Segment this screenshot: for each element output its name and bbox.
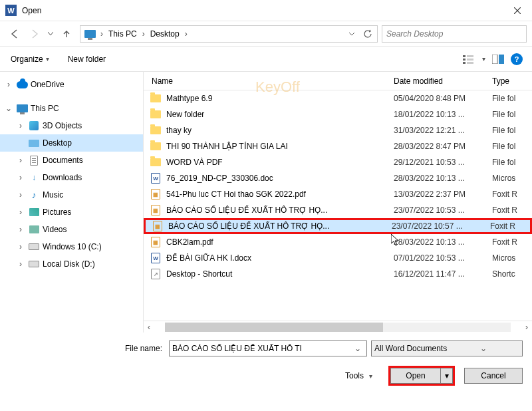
filename-input[interactable] bbox=[172, 344, 352, 353]
horizontal-scrollbar[interactable]: ‹ › bbox=[144, 321, 532, 333]
expand-chevron-icon[interactable]: › bbox=[16, 242, 25, 251]
file-type: Foxit R bbox=[492, 206, 532, 215]
scroll-thumb[interactable] bbox=[165, 323, 383, 332]
expand-chevron-icon[interactable]: › bbox=[16, 259, 25, 269]
word-icon: W bbox=[149, 252, 162, 264]
scroll-track[interactable] bbox=[165, 323, 511, 332]
file-row[interactable]: W76_2019_ND-CP_330306.doc28/03/2022 10:1… bbox=[144, 170, 532, 186]
scroll-right-button[interactable]: › bbox=[521, 323, 532, 332]
tree-item[interactable]: Desktop bbox=[0, 134, 143, 152]
breadcrumb-desktop[interactable]: Desktop bbox=[148, 26, 182, 42]
column-name[interactable]: Name bbox=[149, 76, 394, 86]
file-name: ĐỀ BÀI GIỮA HK I.docx bbox=[162, 253, 394, 263]
file-row[interactable]: THI 90 THÀNH LẬP TỈNH GIA LAI28/03/2022 … bbox=[144, 138, 532, 154]
breadcrumb-chevron[interactable]: › bbox=[98, 26, 106, 42]
tree-item-label: Pictures bbox=[43, 207, 71, 217]
file-row[interactable]: Mathtype 6.905/04/2020 8:48 PMFile fol bbox=[144, 90, 532, 106]
navigation-tree[interactable]: › OneDrive ⌄ This PC ›3D ObjectsDesktop›… bbox=[0, 72, 144, 333]
tree-item[interactable]: ›Videos bbox=[0, 221, 143, 238]
forward-button[interactable] bbox=[25, 25, 44, 43]
up-button[interactable] bbox=[57, 25, 76, 43]
open-dropdown[interactable]: ▾ bbox=[441, 368, 453, 384]
file-row[interactable]: ↗Desktop - Shortcut16/12/2021 11:47 ...S… bbox=[144, 266, 532, 282]
expand-chevron-icon[interactable]: › bbox=[16, 207, 25, 217]
file-row[interactable]: WĐỀ BÀI GIỮA HK I.docx07/01/2022 10:53 .… bbox=[144, 250, 532, 266]
close-button[interactable] bbox=[502, 0, 532, 21]
pic-icon bbox=[28, 206, 40, 218]
file-row[interactable]: ▦BÁO CÁO SỐ LIỆU ĐỀ XUẤT HỖ TRỢ HỌ...23/… bbox=[144, 218, 532, 234]
titlebar: W Open bbox=[0, 0, 532, 21]
tools-button[interactable]: Tools ▾ bbox=[340, 368, 378, 383]
expand-chevron-icon[interactable]: › bbox=[16, 173, 25, 182]
search-box[interactable] bbox=[382, 25, 527, 43]
docf-icon bbox=[28, 154, 40, 166]
file-name: BÁO CÁO SỐ LIỆU ĐỀ XUẤT HỖ TRỢ HỌ... bbox=[162, 206, 394, 215]
tree-item-onedrive[interactable]: › OneDrive bbox=[0, 76, 143, 93]
column-type[interactable]: Type bbox=[492, 76, 532, 86]
collapse-chevron-icon[interactable]: ⌄ bbox=[4, 104, 13, 113]
tree-item[interactable]: ›Local Disk (D:) bbox=[0, 255, 143, 273]
view-mode-button[interactable] bbox=[460, 51, 477, 68]
expand-chevron-icon[interactable]: › bbox=[16, 121, 25, 130]
tree-item[interactable]: ›♪Music bbox=[0, 186, 143, 204]
file-name: THI 90 THÀNH LẬP TỈNH GIA LAI bbox=[162, 142, 394, 151]
address-bar[interactable]: › This PC › Desktop › bbox=[80, 25, 378, 43]
filter-text: All Word Documents (*.docx;*.c bbox=[374, 344, 447, 353]
organize-button[interactable]: Organize ▾ bbox=[7, 52, 53, 67]
tree-item[interactable]: ›3D Objects bbox=[0, 117, 143, 134]
expand-chevron-icon[interactable]: › bbox=[4, 80, 13, 89]
file-row[interactable]: ▦541-Phu luc CT Hoi thao SGK 2022.pdf13/… bbox=[144, 186, 532, 202]
folder-icon bbox=[149, 156, 162, 168]
help-button[interactable]: ? bbox=[508, 51, 525, 68]
file-row[interactable]: ▦CBK2lam.pdf28/03/2022 10:13 ...Foxit R bbox=[144, 234, 532, 250]
toolbar: Organize ▾ New folder ▾ ? bbox=[0, 47, 532, 72]
column-date[interactable]: Date modified bbox=[394, 76, 492, 86]
tree-item-label: Documents bbox=[43, 156, 83, 165]
breadcrumb-chevron[interactable]: › bbox=[140, 26, 148, 42]
file-type: Foxit R bbox=[490, 221, 530, 231]
filename-label: File name: bbox=[9, 344, 165, 353]
scroll-left-button[interactable]: ‹ bbox=[144, 323, 154, 332]
folder-icon bbox=[149, 108, 162, 120]
tree-item[interactable]: ›Pictures bbox=[0, 204, 143, 221]
preview-pane-button[interactable] bbox=[489, 51, 507, 68]
dropdown-chevron[interactable] bbox=[345, 27, 358, 41]
tree-item[interactable]: ›↓Downloads bbox=[0, 169, 143, 186]
cancel-button[interactable]: Cancel bbox=[464, 368, 523, 384]
svg-rect-4 bbox=[467, 59, 473, 61]
expand-chevron-icon[interactable]: › bbox=[16, 225, 25, 234]
open-button[interactable]: Open bbox=[390, 368, 441, 384]
open-button-highlight: Open ▾ bbox=[388, 366, 455, 386]
filename-dropdown[interactable]: ⌄ bbox=[352, 344, 364, 353]
breadcrumb-chevron[interactable]: › bbox=[182, 26, 190, 42]
search-input[interactable] bbox=[386, 29, 522, 39]
file-type: Micros bbox=[492, 174, 532, 183]
filter-dropdown[interactable]: ⌄ bbox=[447, 344, 519, 353]
view-mode-dropdown[interactable]: ▾ bbox=[479, 51, 488, 68]
chevron-down-icon bbox=[349, 32, 354, 36]
navigation-bar: › This PC › Desktop › bbox=[0, 21, 532, 47]
file-filter[interactable]: All Word Documents (*.docx;*.c ⌄ bbox=[371, 341, 523, 356]
new-folder-button[interactable]: New folder bbox=[64, 52, 110, 67]
breadcrumb-thispc[interactable]: This PC bbox=[106, 26, 140, 42]
file-row[interactable]: New folder18/01/2022 10:13 ...File fol bbox=[144, 106, 532, 122]
tree-item[interactable]: ›Windows 10 (C:) bbox=[0, 238, 143, 255]
expand-chevron-icon[interactable]: › bbox=[16, 190, 25, 200]
tree-item-thispc[interactable]: ⌄ This PC bbox=[0, 100, 143, 117]
file-row[interactable]: thay ky31/03/2022 12:21 ...File fol bbox=[144, 122, 532, 138]
file-row[interactable]: ▦BÁO CÁO SỐ LIỆU ĐỀ XUẤT HỖ TRỢ HỌ...23/… bbox=[144, 202, 532, 218]
filename-input-wrap[interactable]: ⌄ bbox=[169, 341, 367, 356]
svg-rect-6 bbox=[492, 55, 497, 64]
expand-chevron-icon[interactable]: › bbox=[16, 156, 25, 165]
file-list[interactable]: Mathtype 6.905/04/2020 8:48 PMFile folNe… bbox=[144, 90, 532, 321]
refresh-button[interactable] bbox=[361, 27, 374, 41]
back-button[interactable] bbox=[5, 25, 24, 43]
file-type: File fol bbox=[492, 94, 532, 103]
file-name: BÁO CÁO SỐ LIỆU ĐỀ XUẤT HỖ TRỢ HỌ... bbox=[164, 221, 392, 231]
dl-icon: ↓ bbox=[28, 172, 40, 184]
new-folder-label: New folder bbox=[68, 55, 106, 64]
file-name: Desktop - Shortcut bbox=[162, 269, 394, 279]
history-dropdown[interactable] bbox=[45, 25, 56, 43]
file-row[interactable]: WORD VÀ PDF29/12/2021 10:53 ...File fol bbox=[144, 154, 532, 170]
tree-item[interactable]: ›Documents bbox=[0, 152, 143, 169]
